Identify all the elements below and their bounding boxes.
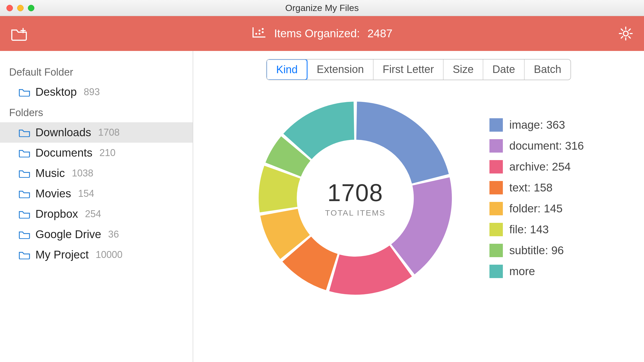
sidebar-item-my-project[interactable]: My Project10000 bbox=[0, 245, 193, 265]
legend-item-folder[interactable]: folder: 145 bbox=[489, 202, 584, 215]
sidebar-item-count: 893 bbox=[84, 86, 100, 98]
legend-swatch bbox=[489, 139, 503, 153]
legend-item-image[interactable]: image: 363 bbox=[489, 118, 584, 132]
gear-icon bbox=[618, 26, 633, 41]
legend-item-document[interactable]: document: 316 bbox=[489, 139, 584, 153]
legend-swatch bbox=[489, 160, 503, 173]
sidebar-item-count: 154 bbox=[78, 188, 94, 199]
header-bar: Items Organized: 2487 bbox=[0, 16, 644, 51]
donut-slice-document[interactable] bbox=[391, 177, 452, 274]
legend-item-subtitle[interactable]: subtitle: 96 bbox=[489, 244, 584, 257]
legend-label: document: 316 bbox=[509, 139, 584, 152]
sidebar-item-music[interactable]: Music1038 bbox=[0, 163, 193, 183]
legend-item-more[interactable]: more bbox=[489, 265, 584, 278]
legend-item-file[interactable]: file: 143 bbox=[489, 223, 584, 236]
svg-point-4 bbox=[262, 31, 264, 33]
legend-label: more bbox=[509, 265, 535, 278]
legend-swatch bbox=[489, 265, 503, 278]
svg-point-0 bbox=[255, 33, 257, 35]
sidebar-item-label: Dropbox bbox=[35, 208, 78, 220]
sidebar-item-dropbox[interactable]: Dropbox254 bbox=[0, 204, 193, 224]
donut-slice-image[interactable] bbox=[356, 102, 449, 183]
legend-swatch bbox=[489, 244, 503, 257]
donut-chart: 1708 TOTAL ITEMS bbox=[253, 96, 457, 300]
svg-point-2 bbox=[259, 33, 261, 35]
tab-extension[interactable]: Extension bbox=[307, 60, 373, 80]
legend-item-text[interactable]: text: 158 bbox=[489, 181, 584, 194]
sidebar-item-count: 1038 bbox=[72, 168, 93, 179]
items-organized-count: 2487 bbox=[367, 27, 392, 40]
tab-kind[interactable]: Kind bbox=[266, 59, 308, 80]
sidebar-item-label: My Project bbox=[35, 248, 89, 261]
legend-label: image: 363 bbox=[509, 119, 565, 131]
legend-swatch bbox=[489, 118, 503, 132]
sidebar-item-label: Google Drive bbox=[35, 228, 101, 241]
tab-size[interactable]: Size bbox=[443, 60, 483, 80]
legend-label: archive: 254 bbox=[509, 160, 571, 173]
legend-label: text: 158 bbox=[509, 181, 552, 194]
tab-date[interactable]: Date bbox=[483, 60, 524, 80]
folder-plus-icon bbox=[11, 26, 28, 41]
sidebar-item-documents[interactable]: Documents210 bbox=[0, 143, 193, 163]
svg-point-5 bbox=[623, 31, 628, 36]
sidebar-item-google-drive[interactable]: Google Drive36 bbox=[0, 224, 193, 245]
add-folder-button[interactable] bbox=[11, 26, 28, 41]
tab-first-letter[interactable]: First Letter bbox=[373, 60, 443, 80]
legend-label: file: 143 bbox=[509, 223, 549, 236]
sidebar-item-movies[interactable]: Movies154 bbox=[0, 183, 193, 204]
sidebar-item-count: 36 bbox=[108, 229, 119, 240]
main-panel: KindExtensionFirst LetterSizeDateBatch 1… bbox=[193, 51, 644, 362]
sidebar-item-downloads[interactable]: Downloads1708 bbox=[0, 122, 193, 143]
legend-item-archive[interactable]: archive: 254 bbox=[489, 160, 584, 173]
legend-label: subtitle: 96 bbox=[509, 244, 564, 257]
sidebar: Default Folder Desktop893 Folders Downlo… bbox=[0, 51, 193, 362]
tab-batch[interactable]: Batch bbox=[524, 60, 570, 80]
sidebar-item-count: 1708 bbox=[98, 127, 120, 138]
sidebar-item-count: 254 bbox=[85, 208, 101, 220]
sidebar-item-desktop[interactable]: Desktop893 bbox=[0, 82, 193, 102]
stats-icon bbox=[251, 26, 266, 41]
items-organized-label: Items Organized: bbox=[274, 27, 360, 40]
titlebar: Organize My Files bbox=[0, 0, 644, 16]
sidebar-item-label: Desktop bbox=[35, 86, 77, 98]
svg-point-3 bbox=[262, 28, 264, 30]
sidebar-section-folders: Folders bbox=[0, 102, 193, 122]
header-stats: Items Organized: 2487 bbox=[251, 26, 392, 41]
sidebar-item-label: Music bbox=[35, 167, 65, 180]
sidebar-item-count: 210 bbox=[99, 147, 115, 158]
legend-swatch bbox=[489, 181, 503, 194]
sidebar-item-label: Movies bbox=[35, 187, 71, 200]
chart-legend: image: 363document: 316archive: 254text:… bbox=[489, 118, 584, 278]
sidebar-item-label: Downloads bbox=[35, 126, 91, 139]
sidebar-section-default: Default Folder bbox=[0, 62, 193, 82]
svg-point-1 bbox=[259, 30, 261, 32]
legend-label: folder: 145 bbox=[509, 202, 562, 215]
window-title: Organize My Files bbox=[0, 3, 644, 13]
sidebar-item-label: Documents bbox=[35, 146, 92, 159]
sidebar-item-count: 10000 bbox=[96, 249, 122, 260]
settings-button[interactable] bbox=[618, 26, 633, 41]
view-mode-tabs: KindExtensionFirst LetterSizeDateBatch bbox=[266, 59, 571, 80]
legend-swatch bbox=[489, 202, 503, 215]
legend-swatch bbox=[489, 223, 503, 236]
